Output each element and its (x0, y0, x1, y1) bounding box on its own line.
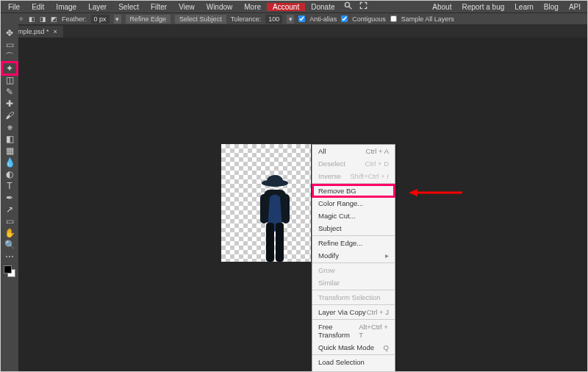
menu-item-all[interactable]: AllCtrl + A (312, 145, 395, 157)
gradient-tool[interactable]: ▦ (2, 145, 17, 157)
menu-item-shortcut: ▸ (385, 251, 389, 260)
eyedropper-tool[interactable]: ✎ (2, 86, 17, 98)
wand-icon: ✧ (18, 15, 24, 23)
menu-item-remove-bg[interactable]: Remove BG (312, 185, 395, 197)
heal-tool[interactable]: ✚ (2, 98, 17, 110)
magic-wand-tool[interactable]: ✦ (2, 62, 17, 74)
menu-item-label: Free Transform (318, 323, 359, 339)
path-tool[interactable]: ↗ (2, 204, 17, 215)
color-swatch[interactable] (4, 265, 15, 277)
svg-rect-5 (260, 194, 268, 223)
more-tool[interactable]: ⋯ (2, 251, 17, 262)
menu-filter[interactable]: Filter (145, 3, 173, 11)
type-tool[interactable]: T (2, 180, 17, 192)
link-blog[interactable]: Blog (539, 3, 564, 11)
menu-item-shortcut: Shift+Ctrl + I (350, 172, 389, 180)
menu-item-similar: Similar (312, 276, 395, 289)
annotation-arrow (409, 187, 464, 198)
menu-separator (312, 354, 395, 355)
menu-item-color-range[interactable]: Color Range... (312, 197, 395, 210)
menu-item-subject[interactable]: Subject (312, 222, 395, 235)
menu-item-layer-via-copy[interactable]: Layer Via CopyCtrl + J (312, 306, 395, 318)
zoom-tool[interactable]: 🔍 (2, 239, 17, 251)
menu-donate[interactable]: Donate (305, 3, 340, 11)
menu-separator (312, 262, 395, 263)
tolerance-dropdown[interactable]: ▾ (287, 15, 294, 24)
intersect-mode-icon[interactable]: ◩ (51, 15, 57, 23)
menu-account[interactable]: Account (267, 3, 305, 11)
dodge-tool[interactable]: ◐ (2, 168, 17, 180)
menu-item-label: Magic Cut... (318, 212, 356, 220)
search-icon[interactable] (340, 1, 356, 12)
menu-item-shortcut: Ctrl + J (367, 308, 389, 316)
document-tabs: Sample.psd * × (1, 24, 587, 37)
menu-select[interactable]: Select (112, 3, 145, 11)
menu-item-load-selection[interactable]: Load Selection (312, 356, 395, 368)
menu-more[interactable]: More (238, 3, 267, 11)
crop-tool[interactable]: ◫ (2, 74, 17, 86)
svg-point-0 (345, 2, 350, 7)
svg-rect-8 (276, 223, 284, 262)
fullscreen-icon[interactable] (356, 1, 371, 12)
menu-item-label: Inverse (318, 172, 341, 180)
eraser-tool[interactable]: ◧ (2, 133, 17, 145)
context-menu: AllCtrl + ADeselectCtrl + DInverseShift+… (312, 144, 395, 372)
menu-separator (312, 183, 395, 184)
menu-item-label: All (318, 147, 326, 155)
blur-tool[interactable]: 💧 (2, 157, 17, 168)
select-subject-button[interactable]: Select Subject (175, 15, 226, 24)
svg-line-1 (349, 7, 351, 9)
pen-tool[interactable]: ✒ (2, 192, 17, 204)
link-report[interactable]: Report a bug (456, 3, 509, 11)
menu-image[interactable]: Image (50, 3, 82, 11)
sample-all-checkbox[interactable] (390, 15, 397, 22)
menu-file[interactable]: File (2, 3, 26, 11)
menu-item-grow: Grow (312, 264, 395, 276)
menu-separator (312, 290, 395, 290)
svg-rect-6 (282, 194, 290, 223)
link-about[interactable]: About (427, 3, 456, 11)
link-api[interactable]: API (564, 3, 586, 11)
lasso-tool[interactable]: ⌒ (2, 51, 17, 62)
menu-item-label: Similar (318, 279, 340, 287)
menu-item-modify[interactable]: Modify▸ (312, 249, 395, 262)
link-learn[interactable]: Learn (509, 3, 539, 11)
menu-edit[interactable]: Edit (26, 3, 50, 11)
shape-tool[interactable]: ▭ (2, 215, 17, 227)
menu-view[interactable]: View (173, 3, 201, 11)
menu-separator (312, 319, 395, 320)
menu-item-shortcut: Q (384, 343, 389, 351)
contiguous-checkbox[interactable] (341, 15, 348, 22)
refine-edge-button[interactable]: Refine Edge (126, 15, 171, 24)
svg-rect-7 (266, 223, 274, 262)
hand-tool[interactable]: ✋ (2, 227, 17, 239)
close-tab-icon[interactable]: × (54, 28, 57, 35)
add-mode-icon[interactable]: ◧ (29, 15, 35, 23)
menu-item-refine-edge[interactable]: Refine Edge... (312, 237, 395, 249)
menu-item-label: Quick Mask Mode (318, 343, 374, 351)
anti-alias-checkbox[interactable] (298, 15, 305, 22)
menu-item-free-transform[interactable]: Free TransformAlt+Ctrl + T (312, 321, 395, 341)
menu-item-label: Color Range... (318, 199, 363, 207)
stamp-tool[interactable]: ⎈ (2, 121, 17, 133)
feather-dropdown[interactable]: ▾ (114, 15, 121, 24)
menu-item-label: Deselect (318, 160, 345, 168)
menu-item-shortcut: Ctrl + D (365, 160, 389, 168)
menu-item-label: Transform Selection (318, 293, 381, 301)
menu-item-magic-cut[interactable]: Magic Cut... (312, 210, 395, 222)
sub-mode-icon[interactable]: ◨ (40, 15, 46, 23)
brush-tool[interactable]: 🖌 (2, 110, 17, 121)
sample-all-label: Sample All Layers (401, 15, 454, 23)
tolerance-value[interactable]: 100 (265, 15, 282, 24)
canvas[interactable] (221, 144, 311, 262)
menu-item-quick-mask-mode[interactable]: Quick Mask ModeQ (312, 341, 395, 354)
menu-layer[interactable]: Layer (82, 3, 112, 11)
menu-item-label: Modify (318, 251, 339, 260)
feather-value[interactable]: 0 px (91, 15, 110, 24)
marquee-tool[interactable]: ▭ (2, 39, 17, 51)
svg-point-3 (267, 175, 283, 187)
feather-label: Feather: (62, 15, 87, 23)
menu-window[interactable]: Window (201, 3, 239, 11)
menu-item-transform-selection: Transform Selection (312, 291, 395, 304)
move-tool[interactable]: ✥ (2, 27, 17, 39)
